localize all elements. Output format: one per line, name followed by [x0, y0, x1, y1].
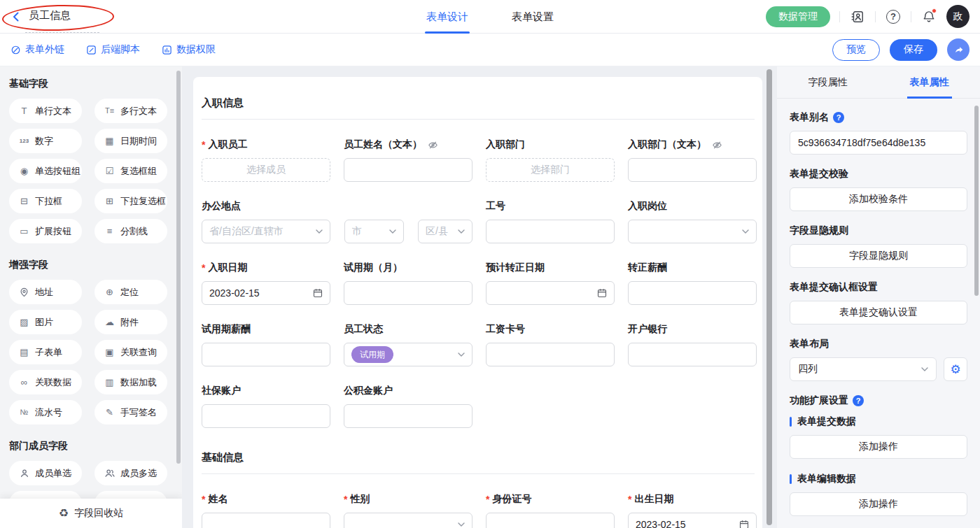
panel-scrollbar[interactable]: [974, 106, 979, 296]
provident-fund-input[interactable]: [344, 404, 472, 428]
location-icon: ⊕: [104, 287, 115, 297]
sidebar-item-checkbox-group[interactable]: ☑复选框组: [94, 159, 167, 183]
contact-book-icon[interactable]: [849, 8, 866, 25]
sidebar-item-image[interactable]: ▨图片: [9, 310, 82, 334]
extend-button-icon: ▭: [18, 227, 30, 236]
district-select[interactable]: 区/县: [418, 220, 472, 243]
field-probation-months: 试用期（月）: [344, 261, 472, 305]
tab-form-properties[interactable]: 表单属性: [878, 66, 980, 98]
expected-regular-date-input[interactable]: [486, 281, 615, 305]
sidebar-item-relation-query[interactable]: ▣关联查询: [94, 340, 167, 364]
field-label: 工号: [486, 200, 505, 213]
accent-bar: [790, 474, 792, 484]
sidebar-item-data-load[interactable]: ▥数据加载: [94, 370, 167, 394]
help-icon[interactable]: ?: [833, 112, 844, 123]
hire-dept-text-input[interactable]: [628, 158, 757, 182]
back-group: 员工信息: [10, 9, 71, 24]
form-external-link[interactable]: 表单外链: [10, 43, 64, 56]
user-avatar[interactable]: 政: [946, 5, 969, 28]
sidebar-item-attachment[interactable]: ☁附件: [94, 310, 167, 334]
sidebar-item-select[interactable]: ⊟下拉框: [9, 189, 82, 213]
notification-bell-icon[interactable]: [920, 8, 937, 25]
back-icon[interactable]: [10, 10, 22, 23]
sidebar-item-datetime[interactable]: ▦日期时间: [94, 129, 167, 153]
edit-data-add-action-button[interactable]: 添加操作: [790, 492, 967, 516]
field-recycle-bin[interactable]: ♻ 字段回收站: [0, 499, 182, 528]
employee-status-select[interactable]: 试用期: [344, 343, 472, 366]
layout-settings-button[interactable]: ⚙: [944, 357, 967, 381]
form-title[interactable]: 员工信息: [29, 9, 71, 24]
save-button[interactable]: 保存: [890, 39, 937, 61]
canvas-scrollbar[interactable]: [766, 69, 772, 525]
sidebar-item-radio-group[interactable]: ◉单选按钮组: [9, 159, 82, 183]
sidebar-item-multi-line-text[interactable]: T≡多行文本: [94, 99, 167, 123]
field-employee-name-text: 员工姓名（文本）: [344, 138, 472, 182]
city-select[interactable]: 市: [344, 220, 404, 243]
field-label: 入职员工: [208, 138, 247, 151]
salary-card-input[interactable]: [486, 343, 615, 366]
sidebar-item-label: 定位: [120, 286, 139, 299]
birth-date-input[interactable]: 2023-02-15: [628, 513, 757, 528]
sidebar-item-single-line-text[interactable]: T单行文本: [9, 99, 82, 123]
tab-field-properties[interactable]: 字段属性: [777, 66, 878, 98]
tab-form-design[interactable]: 表单设计: [426, 0, 468, 34]
sidebar-item-multi-select[interactable]: ⊞下拉复选框: [94, 189, 167, 213]
field-label: 姓名: [208, 493, 227, 506]
preview-button[interactable]: 预览: [832, 39, 880, 61]
sidebar-item-sub-form[interactable]: ▤子表单: [9, 340, 82, 364]
sidebar-item-signature[interactable]: ✎手写签名: [94, 400, 167, 424]
sidebar-scrollbar[interactable]: [176, 71, 181, 464]
section-title-onboarding: 入职信息: [202, 91, 755, 119]
visibility-rules-button[interactable]: 字段显隐规则: [790, 244, 967, 268]
sidebar-item-extend-button[interactable]: ▭扩展按钮: [9, 219, 82, 243]
name-input[interactable]: [202, 513, 330, 528]
sidebar-item-label: 成员多选: [120, 467, 157, 480]
sidebar-item-number[interactable]: 123数字: [9, 129, 82, 153]
sidebar-item-divider[interactable]: ≡分割线: [94, 219, 167, 243]
title-edit-underline: [25, 32, 99, 33]
form-alias-input[interactable]: [790, 131, 967, 155]
sidebar-item-address[interactable]: 地址: [9, 280, 82, 304]
data-manage-button[interactable]: 数据管理: [766, 6, 830, 27]
hire-date-input[interactable]: 2023-02-15: [202, 281, 330, 305]
visibility-rules-label: 字段显隐规则: [790, 224, 967, 237]
submit-confirm-button[interactable]: 表单提交确认设置: [790, 301, 967, 324]
sidebar-item-member-single[interactable]: 成员单选: [9, 461, 82, 485]
probation-salary-input[interactable]: [202, 343, 330, 366]
regular-salary-input[interactable]: [628, 281, 757, 305]
gender-select[interactable]: [344, 513, 472, 528]
chevron-down-icon: [458, 352, 465, 357]
data-permission-link[interactable]: 数据权限: [162, 43, 216, 56]
member-single-icon: [18, 469, 30, 478]
probation-months-input[interactable]: [344, 281, 472, 305]
relation-query-icon: ▣: [104, 348, 115, 357]
province-select[interactable]: 省/自治区/直辖市: [202, 220, 330, 243]
status-tag: 试用期: [351, 346, 393, 363]
id-number-input[interactable]: [486, 513, 615, 528]
sidebar-item-member-multi[interactable]: 成员多选: [94, 461, 167, 485]
hire-dept-picker[interactable]: 选择部门: [486, 158, 615, 182]
extension-settings-label-row: 功能扩展设置 ?: [790, 394, 967, 407]
backend-script-link[interactable]: 后端脚本: [86, 43, 140, 56]
add-check-condition-button[interactable]: 添加校验条件: [790, 187, 967, 211]
bank-input[interactable]: [628, 343, 757, 366]
sidebar-item-relation-data[interactable]: ∞关联数据: [9, 370, 82, 394]
sidebar-item-label: 图片: [35, 316, 53, 329]
divider: [911, 11, 911, 22]
chevron-down-icon: [458, 229, 465, 234]
social-security-input[interactable]: [202, 404, 330, 428]
tab-form-settings[interactable]: 表单设置: [512, 0, 554, 34]
help-icon[interactable]: ?: [885, 8, 902, 25]
sidebar-item-location[interactable]: ⊕定位: [94, 280, 167, 304]
hire-post-select[interactable]: [628, 220, 757, 243]
work-no-input[interactable]: [486, 220, 615, 243]
share-button[interactable]: [947, 38, 969, 61]
employee-name-text-input[interactable]: [344, 158, 472, 182]
hire-employee-member-picker[interactable]: 选择成员: [202, 158, 330, 182]
help-icon[interactable]: ?: [853, 395, 864, 406]
datetime-icon: ▦: [104, 136, 115, 145]
sidebar-item-label: 日期时间: [120, 135, 157, 148]
submit-data-add-action-button[interactable]: 添加操作: [790, 435, 967, 459]
sidebar-item-serial-number[interactable]: №流水号: [9, 400, 82, 424]
form-layout-select[interactable]: 四列: [790, 357, 937, 381]
